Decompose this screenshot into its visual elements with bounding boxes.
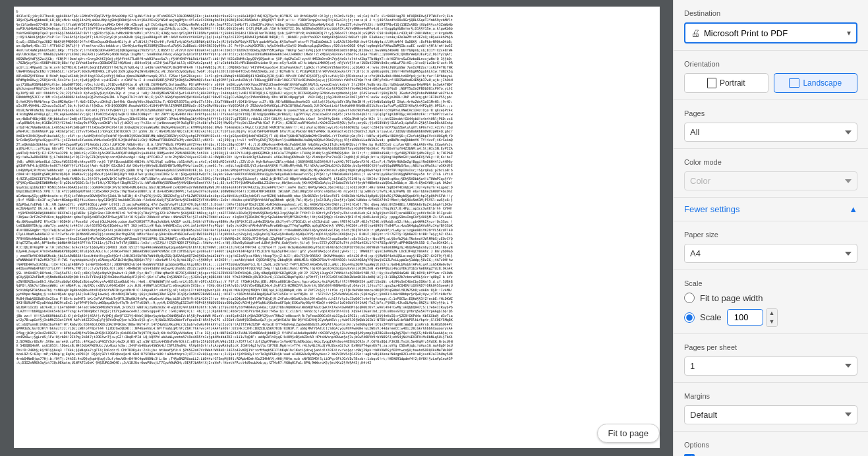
pages-per-sheet-label: Pages per sheet xyxy=(684,343,857,351)
margins-label: Margins xyxy=(684,392,857,400)
options-label: Options xyxy=(684,441,857,449)
collapse-icon: ▲ xyxy=(849,204,857,214)
print-preview-area: b 4X1lo!E;j4c;RJThes0;qgk484AtTp6:LGMtWP… xyxy=(0,0,673,456)
pages-per-sheet-section: Pages per sheet 1 2 4 6 9 16 xyxy=(674,334,868,383)
scale-custom-option[interactable]: Scale ▲ ▼ xyxy=(684,308,857,327)
fit-to-page-width-label: Fit to page width xyxy=(700,293,763,303)
scale-label: Scale xyxy=(684,279,857,287)
scale-input-wrapper: ▲ ▼ xyxy=(727,308,778,327)
orientation-label: Orientation xyxy=(684,60,857,68)
fit-to-page-width-radio[interactable] xyxy=(684,293,695,303)
scale-spinner[interactable]: ▲ ▼ xyxy=(766,308,778,327)
portrait-icon xyxy=(707,78,716,88)
color-mode-select[interactable]: Color Black and white xyxy=(684,171,857,190)
orientation-buttons: Portrait Landscape xyxy=(684,73,857,93)
color-mode-label: Color mode xyxy=(684,158,857,166)
fit-to-page-width-option[interactable]: Fit to page width xyxy=(684,293,857,303)
scale-increment-button[interactable]: ▲ xyxy=(767,309,778,318)
paper-size-select[interactable]: A4 Letter Legal A3 A5 xyxy=(684,244,857,263)
portrait-button[interactable]: Portrait xyxy=(684,73,768,93)
destination-select-wrapper[interactable]: 🖨 Microsoft Print to PDF ▾ xyxy=(684,22,857,43)
color-mode-section: Color mode Color Black and white xyxy=(674,149,868,198)
landscape-icon xyxy=(789,78,799,88)
paper-size-section: Paper size A4 Letter Legal A3 A5 xyxy=(674,221,868,270)
paper-size-label: Paper size xyxy=(684,231,857,239)
fewer-settings-button[interactable]: Fewer settings ▲ xyxy=(674,198,868,221)
print-headers-footers-checkbox[interactable] xyxy=(684,454,695,456)
printer-icon: 🖨 xyxy=(691,28,700,38)
preview-page: b 4X1lo!E;j4c;RJThes0;qgk484AtTp6:LGMtWP… xyxy=(14,7,660,448)
pages-section: Pages All Custom Odd pages only Even pag… xyxy=(674,100,868,149)
pages-per-sheet-select[interactable]: 1 2 4 6 9 16 xyxy=(684,356,857,376)
fewer-settings-label: Fewer settings xyxy=(684,204,740,214)
portrait-label: Portrait xyxy=(720,78,745,88)
landscape-button[interactable]: Landscape xyxy=(774,73,858,93)
margins-section: Margins Default None Minimum Custom xyxy=(674,383,868,432)
scale-decrement-button[interactable]: ▼ xyxy=(767,318,778,326)
destination-label: Destination xyxy=(684,9,857,17)
orientation-section: Orientation Portrait Landscape xyxy=(674,51,868,100)
scale-custom-label: Scale xyxy=(700,312,722,322)
destination-select[interactable]: Microsoft Print to PDF xyxy=(704,28,847,38)
pages-label: Pages xyxy=(684,109,857,117)
pages-select[interactable]: All Custom Odd pages only Even pages onl… xyxy=(684,123,857,142)
scale-section: Scale Fit to page width Scale ▲ ▼ xyxy=(674,270,868,334)
fit-to-page-button[interactable]: Fit to page xyxy=(597,424,660,443)
scale-options: Fit to page width Scale ▲ ▼ xyxy=(684,293,857,327)
margins-select[interactable]: Default None Minimum Custom xyxy=(684,405,857,424)
print-headers-footers-option[interactable]: Print headers and footers xyxy=(684,454,857,456)
options-section: Options Print headers and footers Print … xyxy=(674,432,868,456)
scale-custom-radio[interactable] xyxy=(684,312,695,323)
landscape-label: Landscape xyxy=(803,78,842,88)
print-settings-panel: Destination 🖨 Microsoft Print to PDF ▾ O… xyxy=(673,0,868,456)
scale-input[interactable] xyxy=(727,309,763,326)
chevron-down-icon: ▾ xyxy=(847,28,851,38)
destination-section: Destination 🖨 Microsoft Print to PDF ▾ xyxy=(674,0,868,51)
